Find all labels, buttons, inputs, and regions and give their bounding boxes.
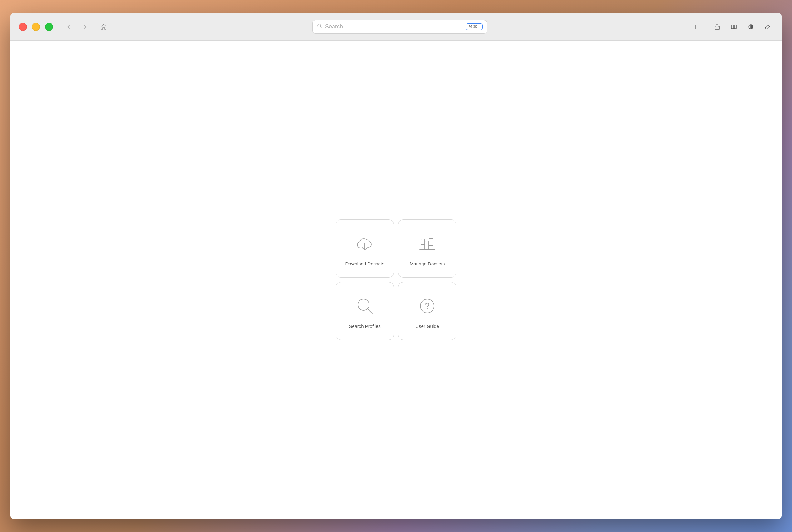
traffic-lights — [19, 23, 53, 31]
manage-docsets-label: Manage Docsets — [410, 261, 445, 266]
search-profiles-icon — [352, 293, 377, 319]
download-docsets-button[interactable]: Download Docsets — [336, 220, 394, 278]
browser-window: Search ⌘ ⌘L — [0, 0, 792, 532]
minimize-button[interactable] — [32, 23, 40, 31]
svg-line-12 — [367, 309, 372, 314]
books-icon — [415, 231, 440, 256]
search-bar-container: Search ⌘ ⌘L — [116, 20, 684, 34]
svg-rect-6 — [425, 241, 429, 250]
close-button[interactable] — [19, 23, 27, 31]
search-bar-icon — [317, 23, 322, 30]
help-icon: ? — [415, 293, 440, 319]
shortcut-key-icon: ⌘ — [469, 25, 472, 29]
reader-button[interactable] — [728, 21, 739, 33]
shortcut-key-label: ⌘L — [473, 24, 480, 29]
svg-rect-7 — [429, 239, 433, 250]
manage-docsets-button[interactable]: Manage Docsets — [398, 220, 456, 278]
nav-buttons — [63, 21, 91, 33]
home-button[interactable] — [98, 21, 109, 33]
main-grid: Download Docsets — [336, 220, 456, 340]
tab-add-button[interactable] — [690, 21, 701, 33]
share-button[interactable] — [712, 21, 723, 33]
cloud-download-icon — [352, 231, 377, 256]
maximize-button[interactable] — [45, 23, 53, 31]
search-shortcut-badge: ⌘ ⌘L — [466, 23, 483, 30]
svg-rect-2 — [734, 25, 736, 29]
toolbar-right — [712, 21, 773, 33]
search-profiles-label: Search Profiles — [349, 323, 381, 329]
svg-text:?: ? — [425, 301, 430, 311]
forward-button[interactable] — [79, 21, 91, 33]
window: Search ⌘ ⌘L — [10, 13, 782, 519]
download-docsets-label: Download Docsets — [345, 261, 384, 266]
svg-rect-1 — [731, 25, 734, 29]
user-guide-label: User Guide — [415, 323, 439, 329]
svg-rect-5 — [421, 239, 425, 250]
content-area: Download Docsets — [10, 41, 782, 519]
search-profiles-button[interactable]: Search Profiles — [336, 282, 394, 340]
back-button[interactable] — [63, 21, 74, 33]
user-guide-button[interactable]: ? User Guide — [398, 282, 456, 340]
search-bar[interactable]: Search ⌘ ⌘L — [312, 20, 487, 34]
titlebar: Search ⌘ ⌘L — [10, 13, 782, 41]
search-input-placeholder: Search — [325, 23, 463, 30]
edit-button[interactable] — [762, 21, 773, 33]
contrast-button[interactable] — [745, 21, 756, 33]
